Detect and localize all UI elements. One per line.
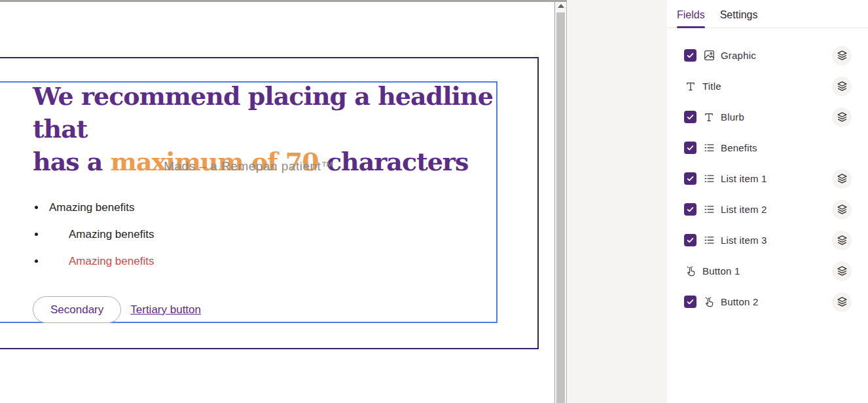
layers-icon	[837, 81, 848, 92]
benefit-label: Amazing benefits	[49, 201, 134, 214]
tab-fields[interactable]: Fields	[677, 9, 705, 28]
button-click-icon	[684, 265, 697, 277]
layers-button-graphic[interactable]	[832, 46, 852, 66]
fields-list: GraphicTitleBlurbBenefitsList item 1List…	[667, 28, 868, 317]
editor-app: We recommend placing a headline that has…	[0, 0, 868, 403]
field-row-graphic[interactable]: Graphic	[684, 40, 852, 71]
checkbox-graphic[interactable]	[684, 49, 696, 62]
layers-button-list-item-3[interactable]	[832, 231, 852, 250]
checkbox-list-item-3[interactable]	[684, 234, 696, 246]
text-icon	[702, 112, 715, 123]
checkbox-list-item-1[interactable]	[684, 172, 696, 185]
layers-icon	[837, 50, 848, 61]
field-label: List item 3	[721, 235, 767, 246]
check-icon	[686, 205, 695, 214]
field-label: Button 1	[702, 265, 740, 277]
field-label: List item 2	[721, 204, 767, 215]
scrollbar-thumb[interactable]	[556, 12, 565, 403]
field-label: Title	[702, 81, 721, 92]
checkbox-list-item-2[interactable]	[684, 203, 696, 216]
field-row-button-1[interactable]: Button 1	[684, 256, 852, 286]
layers-icon	[837, 296, 848, 307]
benefit-item-1[interactable]: Amazing benefits	[35, 194, 401, 221]
layers-button-title[interactable]	[832, 77, 852, 96]
headline-line1: We recommend placing a headline that	[33, 81, 493, 144]
workspace-gutter	[567, 0, 667, 403]
field-row-blurb[interactable]: Blurb	[684, 102, 852, 132]
scrollbar-up-arrow-icon[interactable]	[558, 4, 564, 8]
top-divider	[0, 0, 567, 2]
secondary-button[interactable]: Secondary	[33, 296, 121, 323]
field-label: Blurb	[721, 111, 744, 123]
layers-button-button-1[interactable]	[832, 261, 852, 281]
layers-icon	[837, 204, 848, 215]
benefit-item-3[interactable]: Amazing benefits	[35, 248, 401, 275]
field-label: Graphic	[721, 50, 756, 61]
field-row-button-2[interactable]: Button 2	[684, 286, 852, 317]
field-row-list-item-2[interactable]: List item 2	[684, 194, 852, 225]
cta-row: Secondary Tertiary button	[33, 296, 201, 323]
canvas-scrollbar[interactable]	[554, 0, 567, 403]
check-icon	[686, 236, 695, 244]
layers-button-button-2[interactable]	[832, 292, 852, 312]
layers-icon	[837, 173, 848, 184]
list-icon	[702, 235, 715, 246]
bullet-dot	[35, 233, 38, 236]
checkbox-benefits[interactable]	[684, 142, 696, 154]
blurb-text[interactable]: Mads – a Remepan patient™	[0, 159, 497, 174]
canvas-preview[interactable]: We recommend placing a headline that has…	[0, 0, 554, 403]
field-label: List item 1	[721, 173, 767, 184]
checkbox-blurb[interactable]	[684, 111, 696, 123]
panel-tabs: Fields Settings	[667, 0, 868, 28]
field-row-benefits[interactable]: Benefits	[684, 132, 852, 163]
field-label: Benefits	[721, 142, 757, 153]
bullet-dot	[35, 259, 38, 263]
layers-button-list-item-2[interactable]	[832, 200, 852, 220]
check-icon	[686, 174, 695, 183]
field-row-list-item-1[interactable]: List item 1	[684, 163, 852, 194]
image-icon	[702, 50, 715, 61]
benefit-item-2[interactable]: Amazing benefits	[35, 221, 401, 248]
list-icon	[702, 204, 715, 215]
text-icon	[684, 81, 697, 92]
layers-icon	[837, 265, 848, 277]
check-icon	[686, 297, 695, 306]
layers-button-blurb[interactable]	[832, 107, 852, 127]
fields-panel: Fields Settings GraphicTitleBlurbBenefit…	[667, 0, 868, 403]
benefit-label: Amazing benefits	[69, 255, 154, 268]
tertiary-button[interactable]: Tertiary button	[130, 303, 201, 317]
list-icon	[702, 173, 715, 184]
field-label: Button 2	[721, 296, 758, 307]
bullet-dot	[35, 206, 38, 209]
button-click-icon	[702, 296, 715, 308]
field-row-title[interactable]: Title	[684, 71, 852, 102]
layers-icon	[837, 235, 848, 246]
list-icon	[702, 142, 715, 153]
tab-settings[interactable]: Settings	[720, 9, 758, 28]
check-icon	[686, 51, 695, 60]
layers-icon	[837, 111, 848, 123]
checkbox-button-2[interactable]	[684, 296, 696, 308]
layers-button-list-item-1[interactable]	[832, 169, 852, 189]
benefits-list[interactable]: Amazing benefits Amazing benefits Amazin…	[35, 194, 401, 275]
benefit-label: Amazing benefits	[69, 228, 154, 241]
field-row-list-item-3[interactable]: List item 3	[684, 225, 852, 256]
check-icon	[686, 113, 695, 121]
check-icon	[686, 144, 695, 152]
